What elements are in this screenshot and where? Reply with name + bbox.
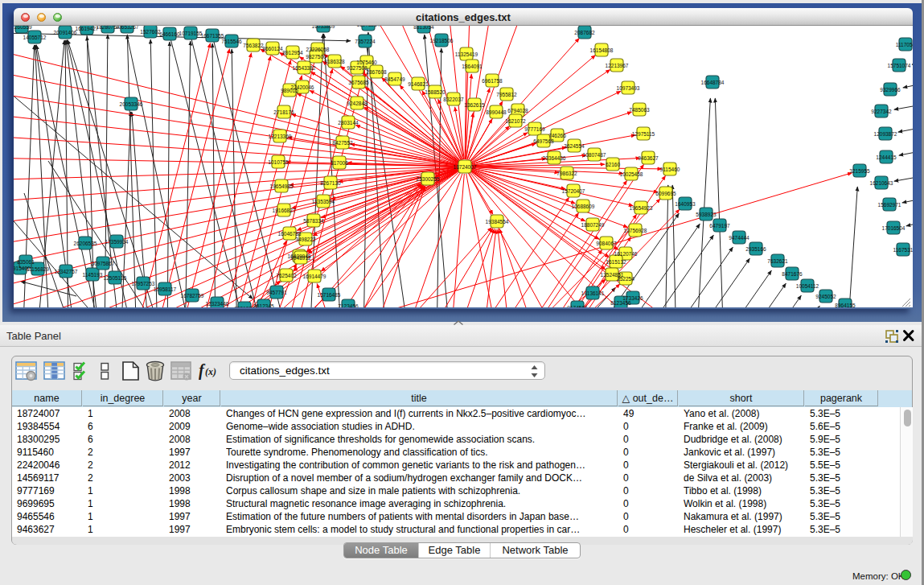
- svg-text:1615132: 1615132: [606, 259, 626, 265]
- svg-text:16120746: 16120746: [614, 251, 638, 257]
- svg-text:9146821: 9146821: [408, 81, 429, 87]
- svg-text:9245052: 9245052: [815, 294, 836, 299]
- svg-text:19654985: 19654985: [270, 183, 294, 189]
- svg-text:16782759: 16782759: [181, 293, 204, 299]
- svg-text:30975867: 30975867: [92, 261, 115, 266]
- svg-text:8123456: 8123456: [610, 300, 631, 306]
- svg-text:9474444: 9474444: [729, 235, 749, 241]
- svg-text:7625402: 7625402: [276, 273, 297, 278]
- svg-text:3215955: 3215955: [849, 168, 870, 174]
- svg-text:11156829: 11156829: [27, 266, 49, 272]
- svg-text:10054112: 10054112: [796, 283, 819, 289]
- svg-text:10973493: 10973493: [617, 85, 640, 91]
- svg-text:19166827: 19166827: [273, 208, 296, 213]
- svg-text:10807487: 10807487: [583, 152, 606, 158]
- svg-text:16914479: 16914479: [303, 274, 326, 279]
- svg-text:16046788: 16046788: [278, 231, 302, 237]
- svg-text:1010755: 1010755: [268, 159, 289, 165]
- svg-text:14136141: 14136141: [581, 290, 605, 296]
- svg-text:2260559: 2260559: [14, 26, 32, 30]
- svg-text:3675685: 3675685: [348, 80, 369, 85]
- svg-text:8964155: 8964155: [835, 303, 856, 308]
- svg-text:18973264: 18973264: [357, 26, 380, 27]
- svg-text:9227342: 9227342: [871, 109, 892, 114]
- svg-text:10958117: 10958117: [154, 286, 177, 292]
- svg-text:252254: 252254: [617, 276, 634, 282]
- svg-text:8186328: 8186328: [324, 59, 345, 64]
- svg-text:7485063: 7485063: [629, 107, 650, 113]
- svg-text:817006: 817006: [331, 160, 348, 166]
- svg-text:25300255: 25300255: [417, 176, 440, 182]
- svg-text:9581234: 9581234: [234, 306, 255, 308]
- svg-text:9948912: 9948912: [290, 255, 311, 261]
- svg-text:17957253: 17957253: [132, 281, 155, 286]
- svg-text:16154808: 16154808: [590, 47, 614, 53]
- svg-text:20053346: 20053346: [120, 101, 143, 107]
- svg-text:9463627: 9463627: [638, 155, 659, 161]
- svg-text:12505135: 12505135: [104, 275, 127, 281]
- svg-text:8267130: 8267130: [320, 180, 341, 186]
- svg-text:9242848: 9242848: [347, 101, 368, 106]
- svg-text:16543382: 16543382: [293, 65, 316, 71]
- svg-text:26206535: 26206535: [74, 241, 97, 246]
- svg-text:3624554: 3624554: [564, 143, 585, 149]
- svg-text:6466160: 6466160: [159, 31, 180, 37]
- svg-text:6497568: 6497568: [533, 138, 554, 144]
- svg-text:17359934: 17359934: [105, 239, 129, 245]
- svg-text:1527602: 1527602: [140, 29, 161, 35]
- svg-text:1117054: 1117054: [896, 42, 913, 47]
- svg-text:14055712: 14055712: [23, 35, 47, 40]
- svg-text:7357224: 7357224: [355, 39, 376, 44]
- svg-text:7986322: 7986322: [556, 171, 577, 176]
- svg-text:20091406: 20091406: [54, 30, 77, 35]
- svg-text:10025458: 10025458: [620, 171, 643, 177]
- svg-text:1621072: 1621072: [505, 118, 526, 124]
- svg-text:16210643: 16210643: [870, 180, 893, 186]
- svg-text:9329966: 9329966: [880, 87, 901, 93]
- svg-text:746266: 746266: [548, 133, 566, 138]
- svg-text:12975115: 12975115: [632, 131, 655, 137]
- svg-text:2718176: 2718176: [273, 109, 294, 115]
- svg-text:1864091: 1864091: [462, 64, 483, 69]
- svg-text:16619427: 16619427: [76, 26, 99, 31]
- svg-text:18807249: 18807249: [581, 222, 605, 228]
- svg-text:10719155: 10719155: [179, 31, 203, 36]
- svg-text:12342757: 12342757: [55, 269, 78, 274]
- svg-text:5878334: 5878334: [303, 218, 324, 224]
- svg-text:835061: 835061: [17, 259, 35, 265]
- svg-text:6961758: 6961758: [482, 78, 503, 84]
- svg-text:2935166: 2935166: [745, 246, 766, 252]
- svg-text:16033809: 16033809: [312, 26, 335, 29]
- svg-text:2087682: 2087682: [574, 30, 595, 35]
- svg-text:3498222: 3498222: [295, 237, 316, 242]
- svg-text:8427552: 8427552: [332, 140, 353, 146]
- svg-text:15716485: 15716485: [318, 292, 341, 298]
- svg-text:23226058: 23226058: [306, 47, 330, 52]
- svg-text:18724007: 18724007: [454, 164, 477, 170]
- svg-text:15692971: 15692971: [878, 202, 901, 208]
- svg-text:9174561: 9174561: [567, 305, 588, 308]
- svg-text:1244415: 1244415: [876, 154, 897, 160]
- svg-text:7632621: 7632621: [767, 258, 788, 264]
- svg-text:8471676: 8471676: [782, 271, 803, 277]
- svg-text:12213369: 12213369: [269, 134, 292, 139]
- svg-text:8813054: 8813054: [413, 26, 434, 30]
- svg-text:10756928: 10756928: [624, 228, 647, 233]
- svg-text:8990448: 8990448: [486, 109, 507, 115]
- svg-text:8912954: 8912954: [282, 50, 303, 56]
- svg-text:11325419: 11325419: [455, 51, 478, 57]
- svg-text:7123456: 7123456: [338, 303, 359, 308]
- svg-text:2867608: 2867608: [366, 69, 387, 75]
- svg-text:5938923: 5938923: [696, 212, 717, 217]
- svg-text:8322037: 8322037: [443, 97, 464, 102]
- svg-text:16648784: 16648784: [701, 80, 725, 85]
- svg-text:2803144: 2803144: [338, 120, 359, 126]
- svg-text:1075460: 1075460: [356, 60, 377, 65]
- svg-text:12213967: 12213967: [606, 63, 629, 68]
- svg-text:22420046: 22420046: [291, 84, 314, 90]
- svg-text:1640953: 1640953: [675, 201, 696, 207]
- svg-text:19654923: 19654923: [630, 205, 653, 211]
- svg-text:1167531: 1167531: [893, 247, 913, 253]
- svg-text:12323446: 12323446: [206, 301, 229, 307]
- svg-text:8454749: 8454749: [384, 76, 405, 82]
